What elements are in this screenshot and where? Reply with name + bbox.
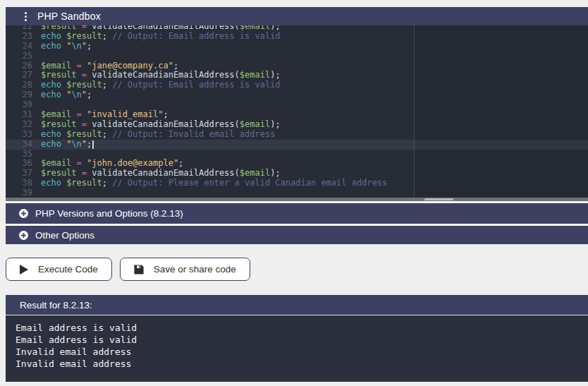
- code-line[interactable]: 30: [6, 100, 588, 110]
- horizontal-scrollbar[interactable]: [6, 198, 588, 201]
- code-line[interactable]: 26$email = "jane@company.ca";: [6, 61, 588, 71]
- panel-label: Other Options: [35, 230, 94, 241]
- save-icon: [134, 265, 144, 275]
- code-line[interactable]: 32$result = validateCanadianEmailAddress…: [6, 120, 588, 130]
- code-line[interactable]: 33echo $result; // Output: Invalid email…: [6, 130, 588, 140]
- line-number: 33: [6, 130, 32, 140]
- plus-circle-icon: [19, 231, 28, 240]
- code-text: [32, 150, 41, 159]
- line-number: 27: [6, 71, 32, 80]
- code-text: [32, 188, 41, 198]
- kebab-menu-icon[interactable]: [25, 12, 27, 21]
- line-number: 23: [6, 32, 32, 42]
- code-text: $email = "jane@company.ca";: [32, 61, 178, 71]
- toolbar: Execute Code Save or share code: [6, 258, 588, 281]
- line-number: 35: [6, 150, 32, 159]
- plus-circle-icon: [19, 209, 28, 218]
- code-line[interactable]: 25: [6, 52, 588, 61]
- line-number: 24: [6, 42, 32, 52]
- panel-php-versions-and-options[interactable]: PHP Versions and Options (8.2.13): [6, 203, 588, 224]
- line-number: 34: [6, 140, 32, 150]
- save-or-share-button[interactable]: Save or share code: [120, 258, 250, 281]
- line-number: 29: [6, 90, 32, 100]
- code-text: $email = "john.doe@example";: [32, 159, 183, 169]
- code-line[interactable]: 29echo "\n";: [6, 90, 588, 100]
- code-editor[interactable]: 22$result = validateCanadianEmailAddress…: [6, 25, 588, 203]
- result-output: Email address is valid Email address is …: [6, 315, 588, 382]
- horizontal-scrollbar-thumb[interactable]: [424, 198, 453, 200]
- panel-label: PHP Versions and Options (8.2.13): [35, 208, 183, 219]
- app-title: PHP Sandbox: [37, 11, 101, 22]
- result-header: Result for 8.2.13:: [6, 295, 588, 315]
- line-number: 31: [6, 110, 32, 120]
- code-text: echo "\n";: [32, 42, 92, 52]
- line-number: 39: [6, 188, 32, 198]
- code-text: $result = validateCanadianEmailAddress($…: [32, 169, 281, 179]
- panel-other-options[interactable]: Other Options: [6, 224, 588, 244]
- code-line[interactable]: 37$result = validateCanadianEmailAddress…: [6, 169, 588, 179]
- text-cursor: [92, 140, 94, 149]
- code-line[interactable]: 36$email = "john.doe@example";: [6, 159, 588, 169]
- code-lines[interactable]: 22$result = validateCanadianEmailAddress…: [6, 25, 588, 203]
- code-line[interactable]: 39: [6, 188, 588, 198]
- code-text: $email = "invalid_email";: [32, 110, 169, 120]
- execute-code-button[interactable]: Execute Code: [6, 258, 112, 281]
- play-icon: [20, 265, 28, 275]
- code-line[interactable]: 38echo $result; // Output: Please enter …: [6, 179, 588, 188]
- code-line[interactable]: 28echo $result; // Output: Email address…: [6, 80, 588, 90]
- code-line[interactable]: 24echo "\n";: [6, 42, 588, 52]
- save-or-share-label: Save or share code: [154, 264, 236, 275]
- code-text: $result = validateCanadianEmailAddress($…: [32, 120, 281, 130]
- line-number: 32: [6, 120, 32, 130]
- code-text: echo $result; // Output: Please enter a …: [32, 179, 387, 188]
- execute-code-label: Execute Code: [38, 264, 98, 275]
- line-number: 28: [6, 80, 32, 90]
- line-number: 26: [6, 61, 32, 71]
- code-text: $result = validateCanadianEmailAddress($…: [32, 71, 281, 80]
- code-text: [32, 100, 41, 110]
- line-number: 37: [6, 169, 32, 179]
- line-number: 25: [6, 52, 32, 61]
- code-text: echo $result; // Output: Invalid email a…: [32, 130, 275, 140]
- line-number: 30: [6, 100, 32, 110]
- code-line[interactable]: 35: [6, 150, 588, 159]
- code-text: [32, 52, 41, 61]
- php-sandbox-page: PHP Sandbox 22$result = validateCanadian…: [6, 7, 588, 382]
- code-line[interactable]: 27$result = validateCanadianEmailAddress…: [6, 71, 588, 80]
- line-number: 38: [6, 179, 32, 188]
- line-number: 36: [6, 159, 32, 169]
- code-line[interactable]: 23echo $result; // Output: Email address…: [6, 32, 588, 42]
- code-text: echo $result; // Output: Email address i…: [32, 80, 281, 90]
- code-line[interactable]: 31$email = "invalid_email";: [6, 110, 588, 120]
- app-header: PHP Sandbox: [6, 7, 588, 25]
- code-line[interactable]: 34echo "\n";: [6, 140, 588, 150]
- code-text: echo "\n";: [32, 90, 92, 100]
- result-section: Result for 8.2.13: Email address is vali…: [6, 295, 588, 382]
- code-text: echo $result; // Output: Email address i…: [32, 32, 281, 42]
- code-text: echo "\n";: [32, 140, 94, 150]
